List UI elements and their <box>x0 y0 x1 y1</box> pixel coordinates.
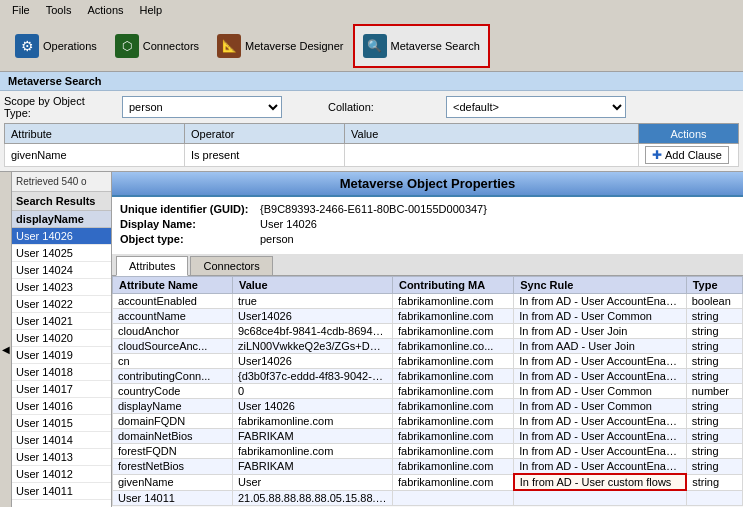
cell-type: string <box>686 354 742 369</box>
criteria-actions: ✚ Add Clause <box>639 144 739 167</box>
menu-help[interactable]: Help <box>132 2 171 18</box>
attrs-table-container: Attribute Name Value Contributing MA Syn… <box>112 276 743 507</box>
connectors-label: Connectors <box>143 40 199 52</box>
list-item[interactable]: User 14024 <box>12 262 111 279</box>
list-item[interactable]: User 14022 <box>12 296 111 313</box>
cell-ma: fabrikamonline.com <box>392 354 513 369</box>
th-attr-name: Attribute Name <box>113 277 233 294</box>
cell-attr: User 14011 <box>113 490 233 505</box>
table-row: cloudSourceAnc...ziLN00VwkkeQ2e3/ZGs+DA=… <box>113 339 743 354</box>
cell-ma: fabrikamonline.com <box>392 474 513 490</box>
list-item[interactable]: User 14018 <box>12 364 111 381</box>
menu-actions[interactable]: Actions <box>79 2 131 18</box>
cell-value: fabrikamonline.com <box>232 444 392 459</box>
bottom-section: ◀ Retrieved 540 o Search Results display… <box>0 172 743 507</box>
cell-ma: fabrikamonline.com <box>392 429 513 444</box>
nav-arrow-left[interactable]: ◀ <box>0 172 12 507</box>
tab-connectors[interactable]: Connectors <box>190 256 272 275</box>
list-item[interactable]: User 14019 <box>12 347 111 364</box>
cell-sync_rule: In from AD - User Common <box>514 309 686 324</box>
attrs-table: Attribute Name Value Contributing MA Syn… <box>112 276 743 506</box>
menu-tools[interactable]: Tools <box>38 2 80 18</box>
main-content: Scope by Object Type: person Collation: … <box>0 91 743 507</box>
results-list: User 14026User 14025User 14024User 14023… <box>12 228 111 507</box>
col-value: Value <box>345 124 639 144</box>
table-row: cnUser14026fabrikamonline.comIn from AD … <box>113 354 743 369</box>
list-item[interactable]: User 14021 <box>12 313 111 330</box>
tab-attributes[interactable]: Attributes <box>116 256 188 276</box>
cell-sync_rule: In from AD - User AccountEnabled <box>514 369 686 384</box>
collation-select[interactable]: <default> <box>446 96 626 118</box>
metaverse-search-button[interactable]: 🔍 Metaverse Search <box>353 24 490 68</box>
cell-sync_rule: In from AD - User AccountEnabled <box>514 354 686 369</box>
cell-sync_rule: In from AD - User AccountEnabled <box>514 429 686 444</box>
cell-value: FABRIKAM <box>232 429 392 444</box>
section-header: Metaverse Search <box>0 72 743 91</box>
cell-sync_rule: In from AD - User Common <box>514 399 686 414</box>
list-item[interactable]: User 14017 <box>12 381 111 398</box>
col-actions: Actions <box>639 124 739 144</box>
list-item[interactable]: User 14013 <box>12 449 111 466</box>
table-row: displayNameUser 14026fabrikamonline.comI… <box>113 399 743 414</box>
cell-ma <box>392 490 513 505</box>
cell-ma: fabrikamonline.com <box>392 399 513 414</box>
cell-attr: givenName <box>113 474 233 490</box>
metaverse-search-label: Metaverse Search <box>391 40 480 52</box>
cell-type: string <box>686 444 742 459</box>
list-item[interactable]: User 14026 <box>12 228 111 245</box>
cell-sync_rule: In from AD - User custom flows <box>514 474 686 490</box>
list-item[interactable]: User 14023 <box>12 279 111 296</box>
cell-value: 0 <box>232 384 392 399</box>
list-item[interactable]: User 14020 <box>12 330 111 347</box>
add-clause-button[interactable]: ✚ Add Clause <box>645 146 729 164</box>
operations-icon: ⚙ <box>15 34 39 58</box>
table-row: contributingConn...{d3b0f37c-eddd-4f83-9… <box>113 369 743 384</box>
menu-file[interactable]: File <box>4 2 38 18</box>
table-row: accountEnabledtruefabrikamonline.comIn f… <box>113 294 743 309</box>
cell-type: string <box>686 399 742 414</box>
cell-type: number <box>686 384 742 399</box>
cell-attr: cloudAnchor <box>113 324 233 339</box>
object-type-label: Object type: <box>120 233 260 245</box>
cell-value: User <box>232 474 392 490</box>
list-item[interactable]: User 14011 <box>12 483 111 500</box>
cell-attr: domainFQDN <box>113 414 233 429</box>
cell-sync_rule: In from AD - User Common <box>514 384 686 399</box>
display-name-label: Display Name: <box>120 218 260 230</box>
search-scope-row: Scope by Object Type: person Collation: … <box>4 95 739 119</box>
object-type-row: Object type: person <box>120 233 735 245</box>
search-panel: Scope by Object Type: person Collation: … <box>0 91 743 172</box>
cell-ma: fabrikamonline.com <box>392 309 513 324</box>
table-row: forestNetBiosFABRIKAMfabrikamonline.comI… <box>113 459 743 475</box>
cell-ma: fabrikamonline.com <box>392 414 513 429</box>
tabs-container: Attributes Connectors <box>112 254 743 276</box>
cell-type: string <box>686 339 742 354</box>
connectors-button[interactable]: ⬡ Connectors <box>106 24 208 68</box>
cell-value: {d3b0f37c-eddd-4f83-9042-37552d4a5... <box>232 369 392 384</box>
list-item[interactable]: User 14025 <box>12 245 111 262</box>
scope-select[interactable]: person <box>122 96 282 118</box>
cell-attr: cloudSourceAnc... <box>113 339 233 354</box>
table-row: countryCode0fabrikamonline.comIn from AD… <box>113 384 743 399</box>
cell-value: true <box>232 294 392 309</box>
criteria-operator: Is present <box>185 144 345 167</box>
cell-type: string <box>686 474 742 490</box>
cell-value: 9c68ce4bf-9841-4cdb-8694-ecc4f... <box>232 324 392 339</box>
mv-title: Metaverse Object Properties <box>112 172 743 197</box>
cell-ma: fabrikamonline.com <box>392 444 513 459</box>
cell-ma: fabrikamonline.com <box>392 324 513 339</box>
table-row: User 1401121.05.88.88.88.88.05.15.88.88.… <box>113 490 743 505</box>
cell-value: User14026 <box>232 354 392 369</box>
metaverse-designer-button[interactable]: 📐 Metaverse Designer <box>208 24 352 68</box>
cell-attr: accountName <box>113 309 233 324</box>
guid-row: Unique identifier (GUID): {B9C89393-2466… <box>120 203 735 215</box>
th-value: Value <box>232 277 392 294</box>
cell-type: string <box>686 459 742 475</box>
list-item[interactable]: User 14014 <box>12 432 111 449</box>
cell-attr: countryCode <box>113 384 233 399</box>
metaverse-designer-icon: 📐 <box>217 34 241 58</box>
list-item[interactable]: User 14016 <box>12 398 111 415</box>
list-item[interactable]: User 14015 <box>12 415 111 432</box>
operations-button[interactable]: ⚙ Operations <box>6 24 106 68</box>
list-item[interactable]: User 14012 <box>12 466 111 483</box>
